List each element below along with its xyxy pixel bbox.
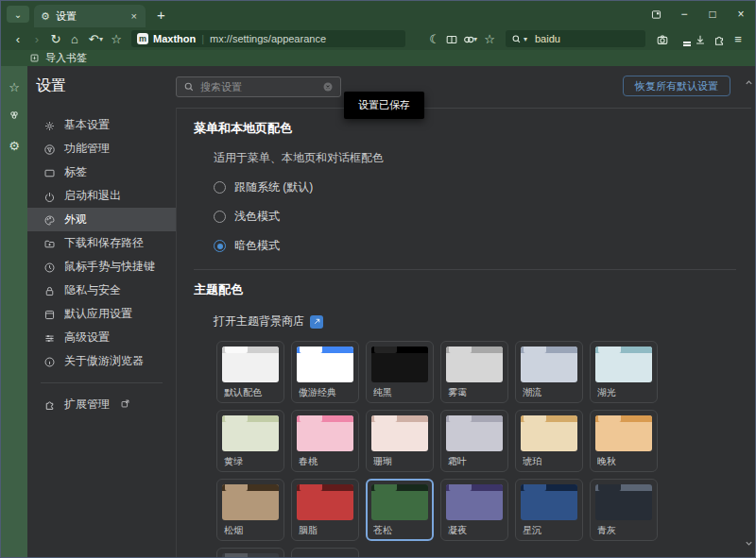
radio-label: 浅色模式 [234,209,280,225]
download-icon[interactable] [691,31,710,46]
back-button[interactable]: ‹ [9,32,27,46]
close-window-button[interactable]: × [727,1,755,27]
home-button[interactable]: ⌂ [65,32,84,46]
sidebar-item-folder[interactable]: 下载和保存路径 [27,231,176,255]
restore-defaults-button[interactable]: 恢复所有默认设置 [623,76,730,96]
browser-window: ⌄ ⚙ 设置 × + − □ × ‹ › ↻ ⌂ ↶ ▾ ☆ m Maxthon… [0,0,756,558]
nav-divider [41,382,163,383]
sidebar-item-app[interactable]: 默认应用设置 [27,302,176,326]
navigation-bar: ‹ › ↻ ⌂ ↶ ▾ ☆ m Maxthon | mx://settings/… [1,27,755,50]
theme-card-7[interactable]: 春桃 [291,410,359,472]
theme-card-11[interactable]: 晚秋 [590,410,658,472]
split-screen-icon[interactable] [443,31,460,46]
theme-card-14[interactable]: 苍松 [366,479,434,541]
radio-option-1[interactable]: 浅色模式 [214,209,736,225]
scroll-up-arrow[interactable] [745,74,753,91]
theme-card-8[interactable]: 珊瑚 [366,410,434,472]
theme-card-1[interactable]: 傲游经典 [291,341,359,403]
gear-icon: ⚙ [41,10,50,23]
theme-card-5[interactable]: 湖光 [590,341,658,403]
theme-name: 黄绿 [224,455,279,468]
theme-card-6[interactable]: 黄绿 [216,410,284,472]
settings-panel-icon[interactable]: ⚙ [9,140,20,153]
minimize-button[interactable]: − [670,1,698,27]
settings-nav: 基本设置功能管理标签启动和退出外观下载和保存路径鼠标手势与快捷键隐私与安全默认应… [27,108,176,557]
night-mode-icon[interactable]: ☾ [426,32,443,46]
address-bar[interactable]: m Maxthon | mx://settings/appearance [131,30,405,47]
sidebar-item-sliders[interactable]: 高级设置 [27,326,176,349]
theme-name: 纯黑 [373,386,428,399]
open-theme-store-link[interactable]: 打开主题背景商店 [214,313,304,330]
favorites-manager-icon[interactable]: ☆ [481,32,498,46]
settings-search-input[interactable]: 搜索设置 [176,76,341,97]
boss-key-icon[interactable] [642,1,670,27]
share-dropdown-caret[interactable]: ▾ [473,35,481,43]
url-text[interactable]: mx://settings/appearance [210,33,326,44]
screenshot-icon[interactable] [653,31,672,46]
search-engine-caret[interactable]: ▾ [524,35,531,43]
color-mode-description: 适用于菜单、本地页和对话框配色 [214,150,736,166]
sliders-icon [43,330,56,344]
clover-panel-icon[interactable] [8,109,21,126]
tab-settings[interactable]: ⚙ 设置 × [34,5,146,27]
close-tab-icon[interactable]: × [129,10,139,22]
sidebar-item-palette[interactable]: 外观 [27,208,176,231]
theme-card-15[interactable]: 凝夜 [440,479,508,541]
theme-swatch [222,553,279,557]
theme-swatch [297,415,353,451]
theme-store-link-icon[interactable] [310,315,323,329]
extensions-icon[interactable] [710,31,729,46]
radio-icon[interactable] [214,211,226,223]
theme-card-2[interactable]: 纯黑 [366,341,434,403]
sidebar-item-tab[interactable]: 标签 [27,161,176,184]
radio-icon[interactable] [214,240,226,252]
forward-button[interactable]: › [27,32,46,46]
sidebar-item-info[interactable]: 关于傲游浏览器 [27,349,176,373]
undo-dropdown-caret[interactable]: ▾ [99,35,107,43]
theme-card-16[interactable]: 星沉 [515,479,583,541]
favorites-panel-icon[interactable]: ☆ [9,81,20,94]
theme-card-0[interactable]: 默认配色 [216,341,284,403]
theme-swatch [595,484,652,520]
bookmark-star-icon[interactable]: ☆ [107,32,126,46]
theme-card-9[interactable]: 霜叶 [440,410,508,472]
theme-name: 默认配色 [224,386,279,399]
refresh-button[interactable]: ↻ [46,32,65,46]
sidebar-item-label: 隐私与安全 [64,282,121,298]
theme-swatch [371,415,428,451]
sidebar-item-clock[interactable]: 鼠标手势与快捷键 [27,255,176,279]
menu-icon[interactable]: ≡ [729,32,747,46]
sidebar-item-lock[interactable]: 隐私与安全 [27,279,176,302]
theme-card-17[interactable]: 青灰 [590,479,658,541]
theme-card-10[interactable]: 琥珀 [515,410,583,472]
import-bookmarks-button[interactable]: 导入书签 [45,51,87,65]
tab-list-button[interactable]: ⌄ [7,6,29,23]
theme-name: 傲游经典 [299,386,353,399]
radio-icon[interactable] [214,181,226,194]
theme-card-13[interactable]: 胭脂 [291,479,359,541]
clear-search-icon[interactable] [322,81,334,93]
new-tab-button[interactable]: + [157,7,165,23]
import-icon [29,53,40,63]
theme-card-18[interactable]: 暗夜 [216,548,284,557]
radio-option-2[interactable]: 暗色模式 [214,238,736,254]
theme-card-3[interactable]: 雾霭 [440,341,508,403]
sidebar-item-funnel[interactable]: 功能管理 [27,137,176,161]
maximize-button[interactable]: □ [698,1,727,27]
radio-label: 跟随系统 (默认) [234,179,313,195]
sidebar-item-extensions[interactable]: 扩展管理 [27,393,176,416]
theme-swatch [446,484,503,520]
theme-name: 霜叶 [448,455,503,468]
radio-option-0[interactable]: 跟随系统 (默认) [214,179,736,195]
quick-search-box[interactable]: ▾ baidu [506,30,645,47]
theme-card-4[interactable]: 潮流 [515,341,583,403]
sidebar-item-power[interactable]: 启动和退出 [27,184,176,208]
theme-swatch [595,347,652,382]
theme-swatch [371,484,428,520]
add-theme-button[interactable]: + [291,548,359,557]
tab-icon [43,165,56,178]
sidebar-item-gear[interactable]: 基本设置 [27,113,176,137]
funnel-icon [43,142,56,155]
theme-name: 凝夜 [448,524,503,537]
theme-card-12[interactable]: 松烟 [216,479,284,541]
